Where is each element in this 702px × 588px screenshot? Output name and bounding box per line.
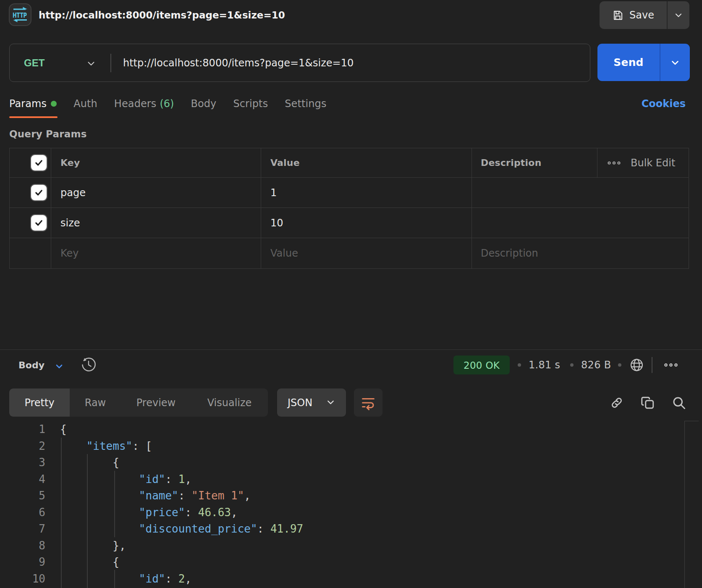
param-checkbox-cell[interactable] <box>10 208 51 238</box>
cell-text: page <box>60 187 86 199</box>
line-number: 5 <box>0 487 45 504</box>
select-all-checkbox[interactable] <box>31 155 47 171</box>
view-tab-visualize[interactable]: Visualize <box>191 388 268 417</box>
checkmark-icon <box>34 188 44 197</box>
meta-divider <box>652 357 652 373</box>
meta-separator-dot <box>518 363 521 367</box>
code-text: { <box>60 554 119 570</box>
description-column-header: Description <box>472 148 597 177</box>
unsaved-params-dot <box>51 101 57 107</box>
param-description-cell[interactable] <box>472 178 689 207</box>
code-text: "name": "Item 1", <box>60 487 251 504</box>
view-tab-preview[interactable]: Preview <box>121 388 191 417</box>
tab-label: Body <box>191 98 216 110</box>
code-text: }, <box>60 537 126 554</box>
save-label: Save <box>629 9 654 21</box>
tab-params[interactable]: Params <box>9 98 57 110</box>
code-line-1: 1{ <box>0 421 702 438</box>
request-title: http://localhost:8000/items?page=1&size=… <box>39 0 285 30</box>
param-checkbox-cell[interactable] <box>10 178 51 207</box>
copy-response-icon[interactable] <box>640 395 655 410</box>
line-number: 9 <box>0 554 45 570</box>
code-text: "id": 1, <box>60 471 191 488</box>
param-checkbox[interactable] <box>31 185 47 200</box>
tab-label: Headers <box>114 98 157 110</box>
send-split-button: Send <box>597 44 690 81</box>
method-label: GET <box>24 57 45 69</box>
send-button[interactable]: Send <box>597 44 660 81</box>
param-key-cell[interactable]: size <box>51 208 261 238</box>
more-options-icon <box>607 160 621 165</box>
param-key-cell[interactable]: Key <box>51 238 261 268</box>
param-value-cell[interactable]: 10 <box>261 208 472 238</box>
view-tab-raw[interactable]: Raw <box>70 388 121 417</box>
checkmark-icon <box>34 158 44 168</box>
chevron-down-icon <box>673 10 684 20</box>
param-row-page: page1 <box>10 178 689 208</box>
url-input[interactable] <box>123 44 581 81</box>
line-number: 10 <box>0 570 45 587</box>
tab-headers[interactable]: Headers(6) <box>114 98 174 110</box>
tab-label: Settings <box>285 98 326 110</box>
copy-link-icon[interactable] <box>609 395 624 410</box>
code-line-7: 7 "discounted_price": 41.97 <box>0 520 702 537</box>
cell-text: size <box>60 217 80 229</box>
method-selector[interactable]: GET <box>10 44 111 81</box>
line-number: 6 <box>0 504 45 521</box>
save-button[interactable]: Save <box>600 1 667 29</box>
response-meta: 200 OK 1.81 s 826 B <box>0 350 702 380</box>
response-more-options-icon[interactable] <box>664 362 678 368</box>
save-options-caret[interactable] <box>668 1 689 29</box>
param-checkbox-cell[interactable] <box>10 238 51 268</box>
response-toolbar: PrettyRawPreviewVisualize JSON <box>0 380 702 425</box>
network-info-icon[interactable] <box>629 357 644 373</box>
cookies-link[interactable]: Cookies <box>642 96 686 112</box>
code-text: "price": 46.63, <box>60 504 238 521</box>
word-wrap-button[interactable] <box>354 388 382 417</box>
meta-separator-dot <box>618 363 621 367</box>
status-badge[interactable]: 200 OK <box>453 356 510 375</box>
value-column-header: Value <box>261 148 472 177</box>
response-time[interactable]: 1.81 s <box>529 359 560 371</box>
param-value-cell[interactable]: Value <box>261 238 472 268</box>
word-wrap-icon <box>360 395 376 411</box>
param-description-cell[interactable] <box>472 208 689 238</box>
param-value-cell[interactable]: 1 <box>261 178 472 207</box>
active-tab-underline <box>9 116 58 118</box>
param-checkbox[interactable] <box>31 215 47 231</box>
request-tabs: ParamsAuthHeaders(6)BodyScriptsSettings <box>9 96 327 112</box>
line-number: 4 <box>0 471 45 488</box>
response-tool-icons <box>609 388 686 417</box>
tab-auth[interactable]: Auth <box>73 98 97 110</box>
view-tab-pretty[interactable]: Pretty <box>9 388 70 417</box>
code-text: "items": [ <box>60 438 152 454</box>
code-line-4: 4 "id": 1, <box>0 471 702 488</box>
tab-body[interactable]: Body <box>191 98 216 110</box>
response-body-viewer[interactable]: 1{2 "items": [3 {4 "id": 1,5 "name": "It… <box>0 421 702 588</box>
bulk-edit-button[interactable]: Bulk Edit <box>597 148 689 177</box>
param-description-cell[interactable]: Description <box>472 238 689 268</box>
method-url-divider <box>110 54 111 72</box>
search-response-icon[interactable] <box>671 395 686 410</box>
code-line-2: 2 "items": [ <box>0 438 702 454</box>
select-all-cell <box>10 148 51 177</box>
key-column-header: Key <box>51 148 261 177</box>
format-dropdown[interactable]: JSON <box>277 388 346 417</box>
response-size[interactable]: 826 B <box>581 359 611 371</box>
send-options-caret[interactable] <box>660 44 690 81</box>
tab-scripts[interactable]: Scripts <box>233 98 268 110</box>
cell-text: Description <box>481 247 538 259</box>
tab-label: Scripts <box>233 98 268 110</box>
line-number: 2 <box>0 438 45 454</box>
param-row-placeholder: KeyValueDescription <box>10 238 689 268</box>
tab-settings[interactable]: Settings <box>285 98 326 110</box>
tab-label: Auth <box>73 98 97 110</box>
query-params-table: Key Value Description Bulk Edit page1siz… <box>9 148 689 269</box>
code-line-5: 5 "name": "Item 1", <box>0 487 702 504</box>
code-line-3: 3 { <box>0 454 702 471</box>
code-line-6: 6 "price": 46.63, <box>0 504 702 521</box>
checkmark-icon <box>34 218 44 228</box>
param-key-cell[interactable]: page <box>51 178 261 207</box>
tab-label: Params <box>9 98 47 110</box>
chevron-down-icon <box>670 57 681 68</box>
